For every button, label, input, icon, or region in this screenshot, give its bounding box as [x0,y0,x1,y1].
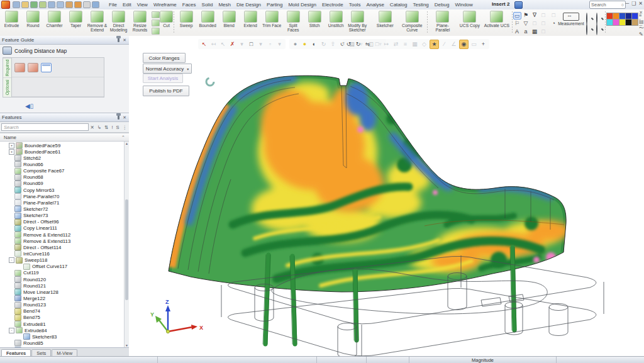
tree-item[interactable]: Merge122 [0,295,129,301]
annotation-icon[interactable]: □ [531,20,539,28]
tree-item[interactable]: IntCurve116 [0,250,129,257]
search-input[interactable]: Search ○ [589,1,626,9]
tree-item[interactable]: Direct - Offset96 [0,219,129,225]
expand-toggle[interactable]: - [9,257,14,263]
tree-item[interactable]: Sketcher72 [0,206,129,212]
tree-item[interactable]: - Sweep118 [0,257,129,264]
annotation-icon[interactable]: ▦ [531,28,539,36]
history-icon[interactable]: ◔ [549,20,558,28]
ribbon-collapse-icon[interactable]: ✕ [639,10,643,15]
ribbon-collapse-icon[interactable]: ▫ [639,17,643,21]
ribbon-button[interactable]: Activate UCS [484,11,510,28]
ribbon-button[interactable]: Bounded [197,11,218,28]
expand-toggle[interactable]: - [9,328,14,333]
search-tool-icon[interactable]: ✕ [90,125,95,130]
menu-item[interactable]: Electrode [319,1,346,8]
tree-item[interactable]: Stitch62 [0,155,129,161]
export-model-icon[interactable] [39,1,47,8]
app-logo-icon[interactable] [1,1,10,9]
search-tool-icon[interactable]: S [115,125,119,130]
tree-item[interactable]: Round120 [0,276,129,282]
face-tool-1[interactable] [152,11,160,18]
annotation-icon[interactable]: A [513,28,521,36]
tree-item[interactable]: Round69 [0,181,129,187]
menu-item[interactable]: Tools [347,1,364,8]
menu-item[interactable]: Solid [199,1,216,8]
ribbon-collapse-icon[interactable]: ─ [639,23,643,28]
ribbon-button[interactable]: Composite Curve [399,11,425,33]
tree-item[interactable]: Remove & Extend113 [0,238,129,244]
pin-icon[interactable] [118,38,119,42]
tree-item[interactable]: - Extrude84 [0,327,129,333]
menu-item[interactable]: Mold Design [286,1,318,8]
ribbon-button[interactable]: UCS Copy [457,11,483,28]
annotation-icon[interactable]: □ [540,12,548,20]
tree-item[interactable]: Composite Face67 [0,168,129,174]
save-icon[interactable] [13,1,20,8]
ribbon-button[interactable]: Chamfer [44,11,65,28]
annotation-icon[interactable]: ⚑ [522,12,530,20]
ribbon-button[interactable]: Trim Face [262,11,282,28]
ribbon-button[interactable]: Taper [65,11,86,28]
face-tool-3[interactable] [152,28,160,35]
menu-item[interactable]: Analyse [364,1,386,8]
menu-item[interactable]: View [135,1,150,8]
tree-item[interactable]: Plane-Parallel70 [0,193,129,199]
feature-guide-vtab[interactable]: Required [3,58,11,77]
tree-item[interactable]: Offset Curve117 [0,264,129,270]
tree-item[interactable]: Copy Mirror63 [0,187,129,193]
ribbon-button[interactable]: Extend [240,11,261,28]
menu-item[interactable]: File [106,1,119,8]
search-tool-icon[interactable]: ⋮ [122,125,128,130]
tree-item[interactable]: Sketcher83 [0,333,129,340]
zoom-window-icon[interactable] [586,13,594,22]
scrollbar-thumb[interactable] [125,199,128,300]
search-tool-icon[interactable]: ! [111,125,113,130]
menu-item[interactable]: Window [452,1,475,8]
tree-item[interactable]: Round121 [0,282,129,289]
close-icon[interactable]: ✕ [123,115,126,120]
annotation-icon[interactable]: ∇ [531,12,539,20]
tree-item[interactable]: Sketcher73 [0,213,129,219]
ribbon-button[interactable]: Sweep [176,11,197,28]
ribbon-button[interactable]: Unstitch [326,11,347,28]
3d-model-view[interactable]: Z X Y [129,36,644,357]
face-tool-2[interactable] [152,20,160,26]
ribbon-button[interactable]: Stitch [304,11,325,28]
tree-item[interactable]: Round68 [0,174,129,181]
select-cooling-faces-icon[interactable] [28,63,38,72]
tree-item[interactable]: Direct - Offset114 [0,244,129,250]
color-swatch[interactable] [631,19,638,26]
restore-button[interactable]: ❑ [631,1,636,6]
ribbon-button[interactable]: Sketcher [372,11,398,28]
annotation-icon[interactable]: □ [540,20,548,28]
tree-item[interactable]: Plane-Parallel71 [0,199,129,206]
tree-column-header[interactable]: Name ⌃ [0,133,129,142]
tree-item[interactable]: Extrude81 [0,321,129,327]
pan-icon[interactable] [596,23,604,33]
pin-icon[interactable] [118,115,119,120]
search-tool-icon[interactable]: ⇅ [104,125,109,130]
zoom-dynamic-icon[interactable] [596,13,604,22]
feature-guide-vtab[interactable]: Optional [3,77,11,97]
menu-item[interactable]: Testing [410,1,431,8]
menu-item[interactable]: Die Design [234,1,264,8]
close-icon[interactable]: ✕ [123,38,126,43]
cooling-heatmap-surface[interactable] [154,61,594,313]
annotation-icon[interactable]: ⚐ [513,20,521,28]
expand-toggle[interactable]: + [9,149,14,155]
search-tool-icon[interactable]: ↳ [97,125,102,130]
tree-item[interactable]: Round66 [0,161,129,167]
select-parting-faces-icon[interactable] [14,63,25,72]
preview-window-icon[interactable] [41,63,52,72]
ribbon-button[interactable]: Split Faces [283,11,304,33]
expand-toggle[interactable]: + [9,143,14,148]
ribbon-button-cut[interactable]: Cut [160,11,173,28]
pin-document-icon[interactable] [65,1,73,8]
tree-item[interactable]: Merge86 [0,347,129,348]
graphics-viewport[interactable]: ↖↤↖✗▾□▾▫▾ ●●◐↻⇧↺▤▾◫▾ ↺↻⇋□↦⇄≡▦◇★∕∠◉▭+ Col… [129,36,644,357]
undo-icon[interactable] [74,1,82,8]
ribbon-button[interactable]: Resize Rounds [130,11,150,33]
tree-item[interactable]: Cut119 [0,270,129,276]
exit-feature-icon[interactable]: ◀▯ [25,103,129,109]
